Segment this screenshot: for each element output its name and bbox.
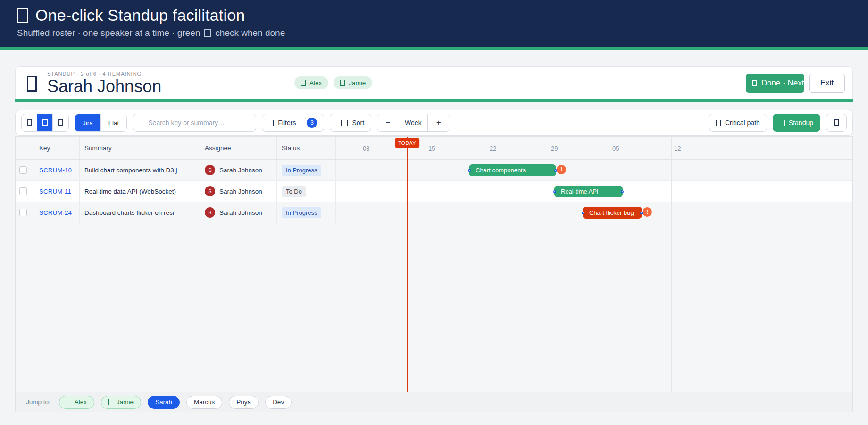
jump-chip-label: Priya <box>236 399 251 406</box>
issue-key-link[interactable]: SCRUM-11 <box>39 188 71 195</box>
bar-endpoint-right[interactable] <box>621 190 624 193</box>
assignee-name: Sarah Johnson <box>219 188 262 195</box>
mode-option-flat[interactable]: Flat <box>101 114 127 131</box>
assignee-cell: S Sarah Johnson <box>200 202 277 223</box>
standup-emoji-icon <box>17 8 28 23</box>
jira-flat-toggle: JiraFlat <box>75 114 127 132</box>
banner: One-click Standup facilitation Shuffled … <box>0 0 868 47</box>
standup-progress-bar <box>15 99 853 102</box>
page-subtitle: Shuffled roster · one speaker at a time … <box>17 28 851 38</box>
sort-up-icon <box>337 120 342 126</box>
critical-path-icon <box>716 120 721 126</box>
header-status: Status <box>277 137 336 159</box>
assignee-name: Sarah Johnson <box>219 167 262 174</box>
search-box[interactable] <box>133 114 256 132</box>
key-cell: SCRUM-11 <box>34 181 80 202</box>
table-rows: SCRUM-10 Build chart components with D3.… <box>16 160 852 223</box>
list-view-icon <box>27 119 32 126</box>
check-emoji-icon <box>752 80 757 86</box>
filters-count-badge: 3 <box>307 118 317 128</box>
gantt-toolbar: JiraFlat Filters 3 Sort − Week + Critica… <box>15 110 853 136</box>
check-emoji-icon <box>67 399 71 405</box>
gantt-bar[interactable]: Real-time API <box>554 186 623 197</box>
page-body: STANDUP · 2 of 6 · 4 REMAINING Sarah Joh… <box>0 50 868 412</box>
standup-emoji-icon <box>780 120 785 126</box>
search-icon <box>139 120 143 126</box>
gantt-bar-label: Real-time API <box>561 188 598 195</box>
gantt-bar[interactable]: Chart components ! <box>469 164 556 176</box>
issue-summary: Real-time data API (WebSocket) <box>80 181 200 202</box>
row-checkbox[interactable] <box>19 209 27 216</box>
check-emoji-icon <box>301 80 306 86</box>
critical-path-button[interactable]: Critical path <box>709 114 767 132</box>
zoom-in-button[interactable]: + <box>428 114 450 131</box>
speaker-block: STANDUP · 2 of 6 · 4 REMAINING Sarah Joh… <box>47 71 189 95</box>
issue-summary: Dashboard charts flicker on resi <box>80 202 200 223</box>
jump-chip-sarah[interactable]: Sarah <box>148 396 180 409</box>
status-badge: To Do <box>282 186 306 197</box>
check-emoji-icon <box>204 29 211 37</box>
checkbox-cell <box>16 160 34 180</box>
header-timeline <box>336 137 852 159</box>
zoom-out-button[interactable]: − <box>377 114 399 131</box>
table-header-row: Key Summary Assignee Status <box>16 137 852 160</box>
standup-mode-label: Standup <box>789 119 813 127</box>
jump-chip-jamie[interactable]: Jamie <box>101 396 141 409</box>
critical-path-label: Critical path <box>725 119 760 127</box>
page-title-text: One-click Standup facilitation <box>35 6 245 25</box>
assignee-cell: S Sarah Johnson <box>200 181 277 202</box>
bar-endpoint-left[interactable] <box>553 190 556 193</box>
gantt-view-icon <box>42 119 48 126</box>
board-view-button[interactable] <box>53 114 68 131</box>
issue-key-link[interactable]: SCRUM-24 <box>39 209 72 216</box>
done-next-button[interactable]: Done · Next <box>746 74 804 93</box>
status-badge: In Progress <box>282 207 321 218</box>
assignee-avatar: S <box>205 165 215 175</box>
check-emoji-icon <box>108 399 113 405</box>
jump-chip-alex[interactable]: Alex <box>59 396 94 409</box>
gantt-bar-label: Chart components <box>476 167 526 174</box>
speaker-done-chip-label: Alex <box>309 79 322 86</box>
list-view-button[interactable] <box>22 114 37 131</box>
jump-chip-priya[interactable]: Priya <box>229 396 259 409</box>
view-mode-segment <box>21 114 69 132</box>
jump-chip-label: Sarah <box>155 399 172 406</box>
zoom-level-label: Week <box>399 114 428 131</box>
done-speaker-chips: AlexJamie <box>294 76 372 89</box>
table-row: SCRUM-24 Dashboard charts flicker on res… <box>16 202 852 223</box>
gantt-view-button[interactable] <box>37 114 53 131</box>
board-view-icon <box>58 119 63 126</box>
alert-badge: ! <box>557 165 566 174</box>
gantt-bar[interactable]: Chart flicker bug ! <box>583 207 642 219</box>
issue-key-link[interactable]: SCRUM-10 <box>39 167 72 174</box>
sort-button[interactable]: Sort <box>330 114 371 132</box>
jump-chip-marcus[interactable]: Marcus <box>186 396 222 409</box>
expand-button[interactable] <box>826 114 847 132</box>
jump-chip-dev[interactable]: Dev <box>265 396 292 409</box>
speaker-done-chip: Alex <box>294 76 328 89</box>
mode-option-jira[interactable]: Jira <box>75 114 101 131</box>
bar-endpoint-left[interactable] <box>582 212 584 214</box>
zoom-segment: − Week + <box>377 114 450 132</box>
page-title: One-click Standup facilitation <box>17 6 851 25</box>
filters-button[interactable]: Filters 3 <box>262 114 324 132</box>
issue-summary: Build chart components with D3.j <box>80 160 200 180</box>
bar-endpoint-left[interactable] <box>468 169 471 172</box>
checkbox-cell <box>16 181 34 202</box>
gantt-bar-label: Chart flicker bug <box>589 209 634 216</box>
row-checkbox[interactable] <box>19 166 27 174</box>
search-input[interactable] <box>148 119 250 127</box>
row-checkbox[interactable] <box>19 187 27 195</box>
expand-icon <box>834 119 839 126</box>
jump-chip-label: Alex <box>75 399 87 406</box>
jump-chip-label: Dev <box>273 399 284 406</box>
assignee-avatar: S <box>205 207 215 218</box>
header-key: Key <box>34 137 80 159</box>
standup-actions: Done · Next Exit <box>746 74 845 93</box>
standup-mode-button[interactable]: Standup <box>773 114 820 132</box>
mic-emoji-icon <box>27 76 37 92</box>
exit-button[interactable]: Exit <box>809 74 845 93</box>
header-checkbox-column <box>16 137 34 159</box>
jump-bar: Jump to: AlexJamieSarahMarcusPriyaDev <box>15 392 853 412</box>
status-cell: In Progress <box>277 202 336 223</box>
